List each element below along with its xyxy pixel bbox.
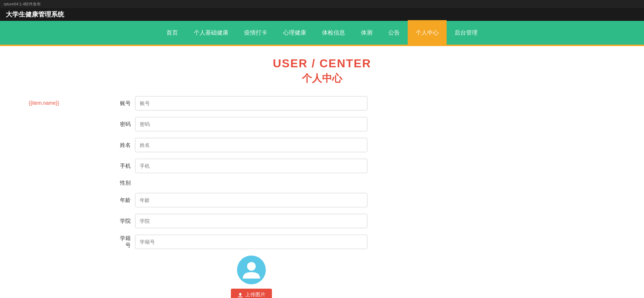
label-account: 账号: [115, 100, 135, 107]
title-bar: 大学生健康管理系统: [0, 8, 644, 21]
nav-item-basic-health[interactable]: 个人基础健康: [186, 20, 236, 45]
input-password[interactable]: [135, 117, 367, 131]
form-row-gender: 性别: [115, 180, 367, 186]
form-row-college: 学院: [115, 214, 367, 228]
input-account[interactable]: [135, 96, 367, 110]
form-row-phone: 手机: [115, 159, 367, 173]
nav-item-fitness[interactable]: 体测: [353, 20, 380, 45]
upload-icon: [237, 292, 243, 298]
upload-button[interactable]: 上传图片: [231, 289, 272, 298]
label-student-id: 学籍号: [115, 235, 135, 249]
upload-label: 上传图片: [245, 292, 265, 298]
label-phone: 手机: [115, 163, 135, 170]
top-bar: rpture64:1.4软件发布: [0, 0, 644, 8]
form-row-password: 密码: [115, 117, 367, 131]
form-row-name: 姓名: [115, 138, 367, 152]
nav-item-physical-exam[interactable]: 体检信息: [314, 20, 353, 45]
page-header: USER / CENTER 个人中心: [0, 46, 644, 92]
nav-item-notice[interactable]: 公告: [380, 20, 408, 45]
nav-item-mental-health[interactable]: 心理健康: [275, 20, 314, 45]
input-age[interactable]: [135, 193, 367, 207]
form-row-age: 年龄: [115, 193, 367, 207]
avatar: [237, 256, 266, 284]
nav-item-admin[interactable]: 后台管理: [447, 20, 486, 45]
page-title-en: USER / CENTER: [0, 57, 644, 70]
nav-item-home[interactable]: 首页: [158, 20, 186, 45]
svg-point-0: [247, 262, 256, 271]
form-row-account: 账号: [115, 96, 367, 110]
nav-bar: 首页个人基础健康疫情打卡心理健康体检信息体测公告个人中心后台管理: [0, 21, 644, 46]
label-name: 姓名: [115, 142, 135, 149]
template-variable: {{item.name}}: [29, 100, 59, 106]
nav-item-user-center[interactable]: 个人中心: [408, 20, 447, 45]
label-gender: 性别: [115, 180, 135, 186]
avatar-area: 上传图片: [115, 256, 367, 298]
left-panel: {{item.name}}: [29, 96, 101, 298]
input-name[interactable]: [135, 138, 367, 152]
input-student-id[interactable]: [135, 235, 367, 249]
form-row-student-id: 学籍号: [115, 235, 367, 249]
label-age: 年龄: [115, 197, 135, 204]
app-title: 大学生健康管理系统: [6, 10, 64, 19]
page-title-zh: 个人中心: [0, 72, 644, 85]
nav-item-checkin[interactable]: 疫情打卡: [236, 20, 275, 45]
label-password: 密码: [115, 121, 135, 128]
form-panel: 账号密码姓名手机性别年龄学院学籍号 上传图片: [115, 96, 367, 298]
top-bar-text: rpture64:1.4软件发布: [4, 1, 41, 7]
svg-rect-1: [238, 297, 242, 297]
avatar-icon: [241, 259, 262, 281]
input-phone[interactable]: [135, 159, 367, 173]
main-content: {{item.name}} 账号密码姓名手机性别年龄学院学籍号 上传图片: [0, 92, 644, 298]
input-college[interactable]: [135, 214, 367, 228]
label-college: 学院: [115, 218, 135, 225]
